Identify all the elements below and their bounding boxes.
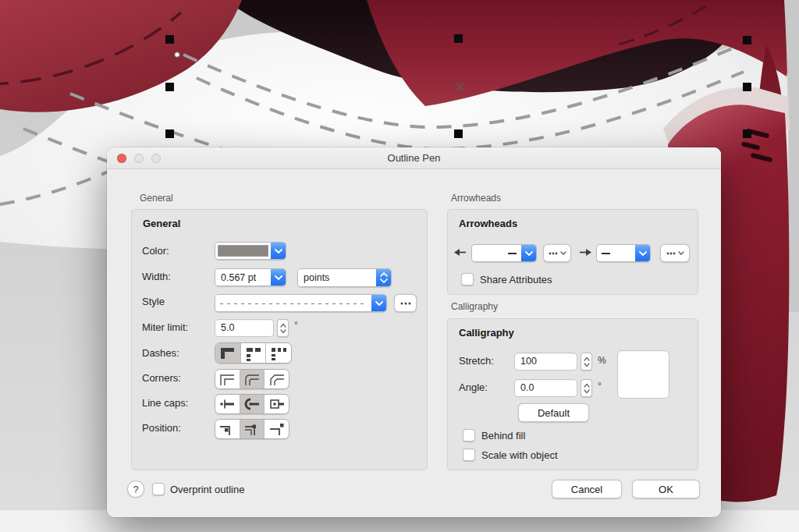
dashes-option-short-dash[interactable] bbox=[265, 343, 291, 363]
dialog-title: Outline Pen bbox=[107, 152, 721, 164]
up-down-chevrons-icon bbox=[584, 382, 590, 395]
overprint-outline-checkbox[interactable] bbox=[152, 483, 165, 495]
outline-outside-icon bbox=[268, 422, 286, 436]
calligraphy-section-label: Calligraphy bbox=[451, 301, 498, 312]
selection-handle[interactable] bbox=[743, 83, 751, 91]
ellipsis-icon bbox=[549, 252, 558, 255]
line-caps-option-butt[interactable] bbox=[215, 395, 240, 413]
round-cap-icon bbox=[243, 398, 261, 410]
arrowheads-groupbox: Arrowheads bbox=[447, 209, 698, 295]
arrowheads-section-label: Arrowheads bbox=[451, 193, 501, 204]
miter-limit-stepper[interactable] bbox=[277, 319, 289, 337]
square-cap-icon bbox=[268, 398, 286, 410]
end-arrowhead-preview bbox=[597, 245, 635, 261]
ellipsis-icon bbox=[666, 252, 676, 255]
width-units-select[interactable]: points bbox=[297, 268, 392, 287]
up-down-chevrons-icon bbox=[584, 356, 590, 368]
stretch-input[interactable]: 100 bbox=[514, 353, 577, 371]
cancel-button[interactable]: Cancel bbox=[552, 480, 622, 498]
width-units-stepper[interactable] bbox=[376, 269, 391, 286]
help-button[interactable]: ? bbox=[127, 481, 144, 498]
ok-button[interactable]: OK bbox=[632, 480, 700, 498]
chevron-down-icon bbox=[275, 275, 282, 280]
style-dropdown-button[interactable] bbox=[371, 295, 386, 311]
chevron-down-icon bbox=[678, 251, 684, 255]
angle-label: Angle: bbox=[459, 381, 488, 393]
corners-option-bevel[interactable] bbox=[264, 370, 289, 388]
style-preview bbox=[215, 295, 371, 311]
angle-stepper[interactable] bbox=[581, 379, 592, 397]
miter-limit-label: Miter limit: bbox=[142, 321, 188, 333]
round-corner-icon bbox=[243, 372, 261, 386]
width-dropdown-button[interactable] bbox=[271, 269, 286, 286]
outline-centered-icon bbox=[243, 422, 261, 436]
dashes-option-solid-corner[interactable] bbox=[215, 343, 240, 363]
plain-line-preview bbox=[508, 253, 517, 254]
start-arrowhead-dropdown[interactable] bbox=[471, 244, 537, 262]
selection-handle[interactable] bbox=[165, 35, 174, 44]
color-dropdown[interactable] bbox=[215, 242, 286, 260]
corners-option-miter[interactable] bbox=[215, 370, 240, 388]
angle-input[interactable]: 0.0 bbox=[514, 379, 577, 397]
style-dash-preview bbox=[220, 303, 364, 305]
color-dropdown-button[interactable] bbox=[271, 243, 286, 259]
calligraphy-groupbox: Calligraphy Stretch: 100 % Angle: 0.0 ° … bbox=[447, 318, 698, 470]
color-label: Color: bbox=[142, 245, 169, 257]
corners-option-round[interactable] bbox=[240, 370, 265, 388]
up-down-chevrons-icon bbox=[380, 272, 388, 283]
scale-with-object-checkbox[interactable] bbox=[463, 449, 475, 461]
style-label: Style bbox=[142, 296, 165, 307]
end-arrowhead-dropdown[interactable] bbox=[596, 244, 651, 262]
dashes-label: Dashes: bbox=[142, 347, 179, 359]
general-section-label: General bbox=[140, 193, 173, 204]
end-arrowhead-options-button[interactable] bbox=[660, 244, 690, 262]
miter-limit-input[interactable]: 5.0 bbox=[215, 319, 274, 337]
chevron-down-icon bbox=[375, 301, 383, 306]
stretch-stepper[interactable] bbox=[581, 353, 592, 371]
default-button[interactable]: Default bbox=[518, 403, 589, 422]
dash-style-1-icon bbox=[218, 345, 237, 361]
screen: Outline Pen General Arrowheads Calligrap… bbox=[0, 0, 799, 532]
stretch-label: Stretch: bbox=[459, 355, 494, 367]
position-option-inside[interactable] bbox=[215, 420, 240, 438]
line-caps-segmented-control bbox=[215, 394, 289, 414]
stretch-percent-suffix: % bbox=[598, 355, 606, 366]
angle-degree-suffix: ° bbox=[598, 381, 602, 392]
selection-handle[interactable] bbox=[454, 129, 463, 138]
position-segmented-control bbox=[215, 419, 289, 439]
width-units-value[interactable]: points bbox=[298, 269, 376, 286]
dashes-option-long-dash[interactable] bbox=[240, 343, 266, 363]
end-arrowhead-icon bbox=[579, 247, 592, 257]
position-option-centered[interactable] bbox=[240, 420, 265, 438]
dash-style-3-icon bbox=[269, 345, 288, 361]
start-arrowhead-options-button[interactable] bbox=[543, 244, 571, 262]
end-arrowhead-dropdown-button[interactable] bbox=[635, 245, 650, 261]
calligraphy-heading: Calligraphy bbox=[459, 327, 514, 339]
width-dropdown[interactable]: 0.567 pt bbox=[215, 268, 286, 286]
line-caps-option-square[interactable] bbox=[264, 395, 289, 413]
chevron-down-icon bbox=[525, 251, 533, 256]
line-caps-option-round[interactable] bbox=[240, 395, 265, 413]
start-arrowhead-dropdown-button[interactable] bbox=[521, 245, 536, 261]
dashes-segmented-control bbox=[215, 342, 292, 364]
style-dropdown[interactable] bbox=[215, 294, 387, 312]
butt-cap-icon bbox=[218, 398, 236, 410]
selection-handle[interactable] bbox=[165, 83, 174, 91]
up-down-chevrons-icon bbox=[280, 322, 286, 335]
bevel-corner-icon bbox=[268, 372, 286, 386]
width-value[interactable]: 0.567 pt bbox=[215, 269, 271, 286]
chevron-down-icon bbox=[639, 251, 647, 256]
general-groupbox: General Color: Width: 0.567 pt bbox=[131, 209, 428, 470]
arrowheads-heading: Arrowheads bbox=[459, 218, 517, 229]
selection-handle[interactable] bbox=[743, 129, 751, 138]
position-option-outside[interactable] bbox=[264, 420, 289, 438]
style-options-button[interactable] bbox=[394, 294, 417, 312]
selection-handle[interactable] bbox=[454, 34, 463, 43]
behind-fill-checkbox[interactable] bbox=[463, 429, 475, 442]
share-attributes-checkbox[interactable] bbox=[461, 273, 474, 286]
curve-node[interactable] bbox=[175, 52, 179, 57]
selection-handle[interactable] bbox=[743, 36, 751, 44]
selection-handle[interactable] bbox=[165, 129, 174, 138]
outline-pen-dialog: Outline Pen General Arrowheads Calligrap… bbox=[107, 147, 721, 517]
dialog-titlebar[interactable]: Outline Pen bbox=[107, 147, 721, 169]
